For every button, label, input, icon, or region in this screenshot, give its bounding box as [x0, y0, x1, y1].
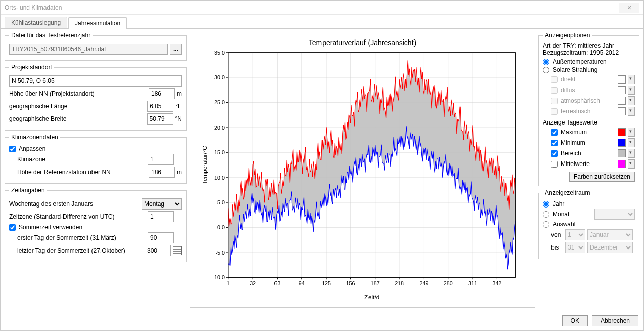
chart-panel: Temperaturverlauf (Jahresansicht) -10.0-…: [190, 32, 535, 308]
group-file: Datei für das Testreferenzjahr ...: [5, 32, 187, 61]
range-checkbox[interactable]: [551, 150, 558, 157]
diffuse-checkbox: [551, 87, 558, 94]
to-day-select: 31: [565, 242, 585, 253]
svg-text:94: 94: [299, 280, 305, 286]
range-label: Bereich: [561, 150, 616, 157]
refh-unit: m: [177, 169, 182, 176]
climate-legend: Klimazonendaten: [9, 134, 60, 141]
from-day-select: 1: [565, 229, 585, 240]
zone-input[interactable]: [148, 154, 174, 165]
mean-color[interactable]: [618, 160, 626, 168]
radio-selection[interactable]: [543, 221, 549, 228]
min-color-dd[interactable]: [628, 138, 635, 147]
svg-text:Zeit/d: Zeit/d: [364, 294, 379, 300]
titlebar: Orts- und Klimadaten ×: [1, 1, 643, 15]
group-viewrange: Anzeigezeitraum Jahr Monat Auswahl von 1: [538, 189, 639, 259]
daily-legend: Anzeige Tageswerte: [543, 119, 635, 126]
height-input[interactable]: [149, 88, 175, 99]
diffuse-label: diffus: [561, 87, 616, 94]
selection-label: Auswahl: [553, 221, 575, 228]
coord-input[interactable]: [9, 75, 182, 87]
group-location: Projektstandort Höhe über NN (Projektsta…: [5, 64, 187, 131]
min-color[interactable]: [618, 139, 626, 147]
max-checkbox[interactable]: [551, 129, 558, 136]
calculator-icon[interactable]: [173, 246, 182, 255]
max-color[interactable]: [618, 128, 626, 136]
dst-checkbox[interactable]: [9, 224, 16, 231]
group-climate: Klimazonendaten Anpassen Klimazone Höhe …: [5, 134, 187, 184]
tab-bar: Kühllastauslegung Jahressimulation: [1, 15, 643, 29]
range-color[interactable]: [618, 149, 626, 157]
height-unit: m: [177, 90, 182, 97]
radio-month[interactable]: [543, 211, 549, 218]
window-title: Orts- und Klimadaten: [5, 4, 62, 11]
dst-end-input[interactable]: [145, 245, 171, 256]
svg-text:218: 218: [395, 280, 404, 286]
adapt-checkbox[interactable]: [9, 146, 16, 152]
direct-label: direkt: [561, 76, 616, 83]
range-color-dd[interactable]: [628, 149, 635, 158]
svg-text:20.0: 20.0: [214, 125, 225, 131]
file-input[interactable]: [9, 44, 168, 55]
svg-text:0.0: 0.0: [217, 224, 225, 230]
radio-year[interactable]: [543, 201, 549, 208]
try-period: Bezugszeitraum: 1995-2012: [543, 49, 635, 56]
tab-annual[interactable]: Jahressimulation: [68, 17, 127, 29]
direct-color[interactable]: [618, 75, 626, 84]
lon-input[interactable]: [147, 101, 173, 112]
tz-input[interactable]: [148, 211, 174, 222]
lon-label: geographische Länge: [9, 103, 145, 110]
direct-color-dd[interactable]: [628, 75, 635, 84]
try-type: Art der TRY: mittleres Jahr: [543, 42, 635, 49]
svg-text:249: 249: [419, 280, 428, 286]
dialog-body: Datei für das Testreferenzjahr ... Proje…: [1, 29, 643, 311]
browse-button[interactable]: ...: [170, 44, 182, 55]
right-column: Anzeigeoptionen Art der TRY: mittleres J…: [538, 32, 639, 308]
svg-text:25.0: 25.0: [214, 99, 225, 105]
group-options: Anzeigeoptionen Art der TRY: mittleres J…: [538, 32, 639, 186]
lat-unit: °N: [175, 115, 182, 122]
svg-text:30.0: 30.0: [214, 74, 225, 80]
dialog-window: Orts- und Klimadaten × Kühllastauslegung…: [0, 0, 644, 331]
terr-checkbox: [551, 108, 558, 115]
outside-temp-label: Außentemperaturen: [553, 58, 607, 65]
atmos-color-dd[interactable]: [628, 96, 635, 105]
ok-button[interactable]: OK: [562, 315, 588, 326]
close-icon[interactable]: ×: [619, 3, 639, 13]
atmos-color[interactable]: [618, 97, 626, 105]
terr-color[interactable]: [618, 107, 626, 115]
lat-input[interactable]: [147, 113, 173, 125]
min-checkbox[interactable]: [551, 140, 558, 146]
diffuse-color[interactable]: [618, 86, 626, 94]
diffuse-color-dd[interactable]: [628, 86, 635, 95]
lat-label: geographische Breite: [9, 115, 145, 122]
radio-solar[interactable]: [543, 67, 549, 73]
to-label: bis: [551, 244, 563, 251]
options-legend: Anzeigeoptionen: [543, 32, 592, 39]
radio-outside-temp[interactable]: [543, 59, 549, 65]
max-label: Maximum: [561, 129, 616, 136]
svg-text:Temperatur/°C: Temperatur/°C: [201, 146, 208, 184]
to-month-select: Dezember: [587, 242, 633, 253]
file-legend: Datei für das Testreferenzjahr: [9, 32, 93, 39]
atmos-checkbox: [551, 98, 558, 104]
location-legend: Projektstandort: [9, 64, 54, 71]
group-time: Zeitangaben Wochentag des ersten Januars…: [5, 187, 187, 262]
refh-label: Höhe der Referenzstation über NN: [17, 169, 147, 176]
max-color-dd[interactable]: [628, 128, 635, 137]
svg-text:-5.0: -5.0: [215, 250, 225, 256]
cancel-button[interactable]: Abbrechen: [592, 315, 638, 326]
height-label: Höhe über NN (Projektstandort): [9, 90, 147, 97]
svg-text:35.0: 35.0: [214, 50, 225, 56]
dst-start-input[interactable]: [148, 232, 174, 243]
terr-color-dd[interactable]: [628, 107, 635, 116]
reset-colors-button[interactable]: Farben zurücksetzen: [569, 172, 635, 182]
adapt-label: Anpassen: [19, 145, 45, 152]
svg-text:5.0: 5.0: [217, 199, 225, 205]
refh-input[interactable]: [149, 167, 175, 178]
tab-cooling[interactable]: Kühllastauslegung: [5, 17, 67, 28]
svg-text:125: 125: [321, 280, 331, 286]
mean-checkbox[interactable]: [551, 161, 558, 168]
mean-color-dd[interactable]: [628, 159, 635, 169]
weekday-select[interactable]: Montag: [142, 198, 182, 210]
